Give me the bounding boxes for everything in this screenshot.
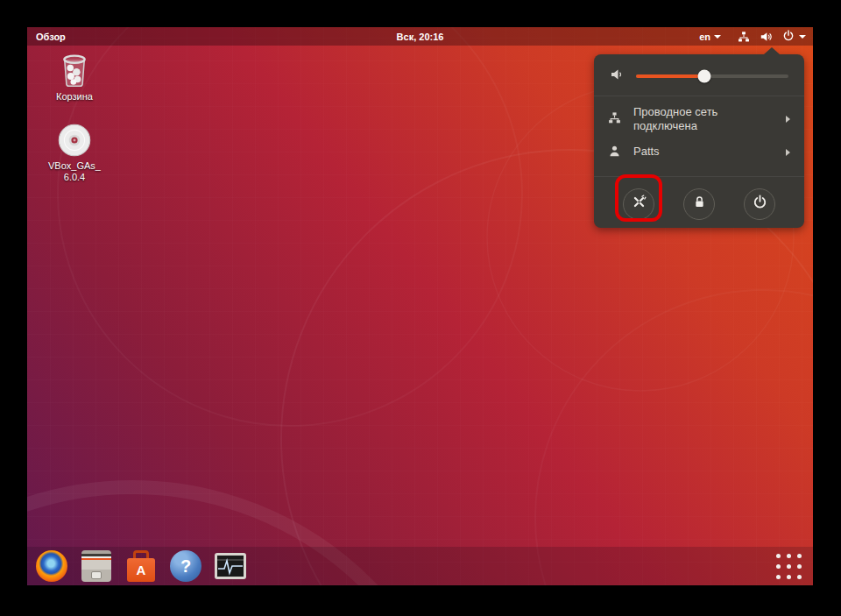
cd-label-line1: VBox_GAs_ — [34, 160, 115, 172]
settings-button[interactable] — [623, 188, 654, 220]
settings-icon — [631, 194, 647, 214]
desktop-icon-vbox-cd[interactable]: VBox_GAs_ 6.0.4 — [34, 124, 115, 183]
volume-handle[interactable] — [698, 70, 711, 83]
activities-label: Обзор — [36, 32, 66, 42]
lock-icon — [692, 195, 707, 213]
separator — [594, 96, 804, 96]
dock-item-system-monitor[interactable] — [214, 549, 247, 583]
activities-button[interactable]: Обзор — [27, 27, 74, 46]
submenu-arrow-icon — [786, 116, 790, 123]
network-label-line1: Проводное сеть — [633, 105, 717, 119]
dock-item-help[interactable]: ? — [169, 549, 202, 583]
ubuntu-software-icon: A — [126, 549, 156, 583]
clock-label: Вск, 20:16 — [397, 32, 444, 42]
volume-fill — [636, 74, 704, 78]
volume-icon — [760, 31, 773, 43]
dock-item-files[interactable] — [80, 549, 113, 583]
menu-item-user[interactable]: Patts — [594, 139, 804, 166]
dock: A ? — [27, 547, 813, 585]
dock-item-ubuntu-software[interactable]: A — [124, 549, 158, 583]
menu-item-network[interactable]: Проводное сеть подключена — [594, 100, 804, 139]
screenshot-root: { "top_bar": { "activities_label": "Обзо… — [0, 0, 841, 616]
trash-icon — [34, 54, 115, 88]
network-icon — [738, 31, 750, 43]
volume-slider[interactable] — [636, 74, 788, 78]
desktop: Обзор Вск, 20:16 en — [27, 27, 813, 585]
files-icon — [81, 550, 111, 582]
power-button[interactable] — [744, 188, 775, 220]
speaker-icon — [610, 67, 625, 85]
desktop-icon-trash[interactable]: Корзина — [34, 54, 115, 103]
user-name-label: Patts — [633, 145, 660, 159]
keyboard-layout-button[interactable]: en — [699, 32, 721, 42]
volume-row — [610, 66, 788, 87]
keyboard-layout-label: en — [699, 32, 710, 42]
submenu-arrow-icon — [786, 149, 790, 156]
chevron-down-icon — [714, 35, 721, 39]
lock-button[interactable] — [683, 188, 715, 220]
wired-network-icon — [608, 111, 621, 127]
power-icon — [782, 30, 795, 44]
system-buttons-row — [594, 176, 804, 220]
cd-icon — [34, 124, 115, 157]
top-bar: Обзор Вск, 20:16 en — [27, 27, 813, 46]
firefox-icon — [36, 550, 67, 582]
system-monitor-icon — [215, 553, 246, 579]
dock-item-firefox[interactable] — [35, 549, 68, 583]
chevron-down-icon — [799, 35, 806, 39]
network-label-line2: подключена — [633, 119, 717, 133]
system-menu-button[interactable] — [782, 30, 806, 44]
status-menu: Проводное сеть подключена Patts — [594, 54, 804, 228]
user-icon — [608, 145, 621, 160]
trash-label: Корзина — [34, 91, 115, 103]
power-icon — [753, 195, 767, 213]
clock-button[interactable]: Вск, 20:16 — [397, 27, 444, 46]
show-applications-button[interactable] — [776, 554, 802, 579]
help-icon: ? — [170, 550, 201, 582]
cd-label-line2: 6.0.4 — [34, 172, 115, 183]
topbar-right-group: en — [699, 27, 806, 46]
